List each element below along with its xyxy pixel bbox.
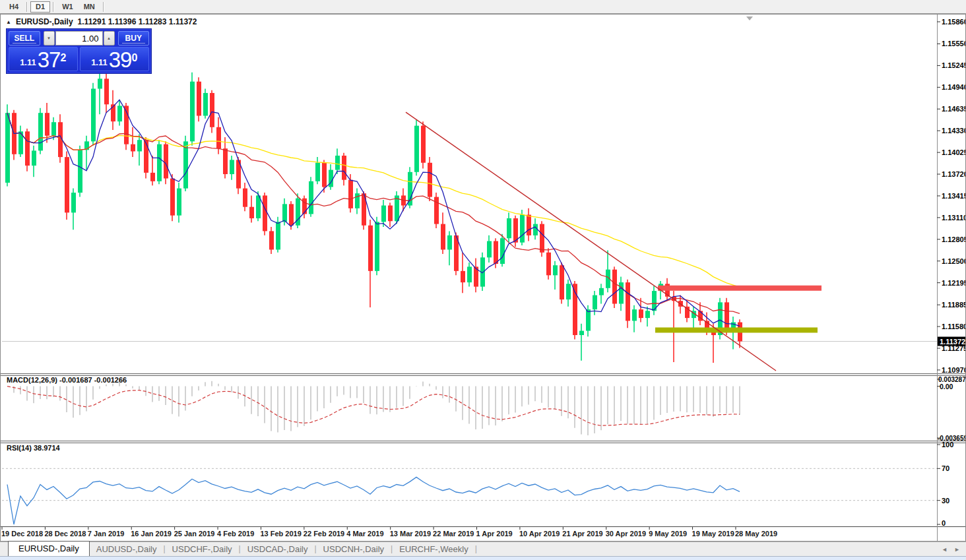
- tab-usdcnh-daily[interactable]: USDCNH-,Daily: [317, 542, 391, 556]
- time-axis-label: 4 Feb 2019: [217, 530, 254, 538]
- rsi-indicator-label: RSI(14) 38.9714: [7, 444, 60, 452]
- candle-body: [177, 189, 181, 216]
- arrow-right-icon: ►: [954, 546, 960, 553]
- buy-price-big: 39: [109, 49, 132, 71]
- candle-body: [51, 122, 56, 136]
- volume-decrease-button[interactable]: ▼: [44, 31, 55, 46]
- candle-body: [137, 140, 142, 151]
- candle-body: [540, 224, 544, 253]
- status-strip: [0, 556, 966, 560]
- buy-price-prefix: 1.11: [91, 57, 108, 71]
- time-axis-label: 19 Dec 2018: [1, 530, 43, 538]
- candle-body: [626, 282, 630, 321]
- chart-info-line: ▲ EURUSD-,Daily 1.11291 1.11396 1.11283 …: [6, 17, 197, 26]
- volume-increase-button[interactable]: ▲: [104, 31, 115, 46]
- price-axis-tick-label: 1.14025: [942, 148, 966, 156]
- tab-usdcad-daily[interactable]: USDCAD-,Daily: [241, 542, 315, 556]
- tab-scroll-right-button[interactable]: ►: [954, 546, 960, 553]
- candle-body: [593, 296, 597, 310]
- toolbar-separator: [26, 2, 28, 12]
- time-axis-label: 28 Dec 2018: [44, 530, 86, 538]
- time-axis-label: 25 Jan 2019: [174, 530, 215, 538]
- candle-body: [276, 222, 280, 249]
- candle-body: [32, 150, 36, 166]
- candle-body: [494, 241, 498, 264]
- buy-price-button[interactable]: 1.11390: [80, 47, 150, 71]
- tab-eurusd-daily[interactable]: EURUSD-,Daily: [8, 541, 90, 556]
- candle-body: [467, 266, 472, 282]
- candle-body: [447, 235, 452, 250]
- candle-body: [289, 204, 294, 225]
- tab-scroll-left-button[interactable]: ◄: [942, 546, 948, 553]
- one-click-panel-toggle-icon[interactable]: ▲: [6, 19, 11, 25]
- price-axis-tick-label: 1.14635: [942, 105, 966, 113]
- volume-input[interactable]: [55, 31, 103, 46]
- time-axis-label: 9 May 2019: [649, 530, 687, 538]
- resistance-band[interactable]: [658, 286, 821, 291]
- candle-body: [414, 126, 419, 172]
- candle-body: [203, 93, 208, 116]
- candle-body: [230, 160, 234, 174]
- price-axis-tick-label: 1.15245: [942, 61, 966, 69]
- chart-tab-bar: EURUSD-,Daily AUDUSD-,Daily | USDCHF-,Da…: [0, 542, 966, 556]
- candle-body: [645, 311, 650, 318]
- candle-body: [335, 156, 340, 170]
- time-axis-label: 30 Apr 2019: [606, 530, 646, 538]
- time-axis-label: 1 Apr 2019: [476, 530, 513, 538]
- one-click-trading-panel: SELL ▼ ▲ BUY 1.11372 1.11390: [7, 29, 151, 73]
- timeframe-h4-button[interactable]: H4: [4, 1, 24, 13]
- candle-body: [131, 144, 135, 152]
- candle-body: [579, 331, 584, 335]
- sell-price-sup: 2: [60, 52, 66, 64]
- candle-body: [434, 197, 439, 224]
- candle-body: [269, 231, 274, 249]
- candle-body: [322, 163, 327, 187]
- rsi-axis-label: 70: [942, 464, 950, 472]
- candle-body: [45, 113, 49, 136]
- sell-price-button[interactable]: 1.11372: [9, 47, 78, 71]
- price-axis-tick-label: 1.13415: [942, 192, 966, 200]
- timeframe-d1-button[interactable]: D1: [30, 1, 50, 13]
- candle-body: [117, 106, 122, 121]
- time-axis-label: 13 Feb 2019: [260, 530, 301, 538]
- candle-body: [441, 224, 445, 250]
- tab-separator: |: [475, 544, 477, 556]
- buy-button[interactable]: BUY: [118, 31, 150, 46]
- symbol-title: EURUSD-,Daily: [16, 17, 73, 26]
- candle-body: [527, 215, 531, 235]
- price-axis-tick-label: 1.14330: [942, 127, 966, 135]
- sell-price-prefix: 1.11: [20, 57, 36, 71]
- macd-indicator-label: MACD(12,26,9) -0.001687 -0.001266: [7, 376, 127, 384]
- timeframe-w1-button[interactable]: W1: [57, 1, 79, 13]
- candle-body: [546, 253, 551, 276]
- candle-body: [164, 144, 168, 179]
- chevron-down-icon: ▼: [47, 36, 51, 40]
- time-axis-label: 19 May 2019: [692, 530, 734, 538]
- candle-body: [632, 309, 637, 321]
- mt4-window: { "toolbar": { "timeframes": [ {"label":…: [0, 0, 966, 560]
- tab-audusd-daily[interactable]: AUDUSD-,Daily: [90, 542, 164, 556]
- price-axis-tick-label: 1.10970: [942, 366, 966, 374]
- tab-eurchf-weekly[interactable]: EURCHF-,Weekly: [393, 542, 475, 556]
- support-band[interactable]: [655, 327, 818, 332]
- candle-body: [38, 113, 43, 150]
- ohlc-values: 1.11291 1.11396 1.11283 1.11372: [78, 17, 197, 26]
- candle-body: [375, 222, 379, 270]
- sell-button[interactable]: SELL: [9, 31, 40, 46]
- candle-body: [520, 215, 525, 243]
- price-axis-tick-label: 1.15860: [942, 18, 966, 26]
- price-axis-tick-label: 1.13720: [942, 170, 966, 178]
- price-axis-tick-label: 1.14940: [942, 83, 966, 91]
- candle-body: [428, 163, 432, 197]
- timeframe-mn-button[interactable]: MN: [79, 1, 100, 13]
- tab-usdchf-daily[interactable]: USDCHF-,Daily: [166, 542, 239, 556]
- price-axis-tick-label: 1.12805: [942, 235, 966, 243]
- time-axis-label: 21 Apr 2019: [562, 530, 602, 538]
- time-axis-label: 22 Feb 2019: [304, 530, 344, 538]
- time-axis-label: 4 Mar 2019: [346, 530, 383, 538]
- candle-body: [553, 265, 558, 275]
- candle-body: [91, 88, 96, 141]
- rsi-axis-label: 100: [942, 441, 953, 449]
- chart-canvas[interactable]: 1.158601.155501.152451.149401.146351.143…: [0, 14, 966, 542]
- candle-body: [78, 150, 82, 193]
